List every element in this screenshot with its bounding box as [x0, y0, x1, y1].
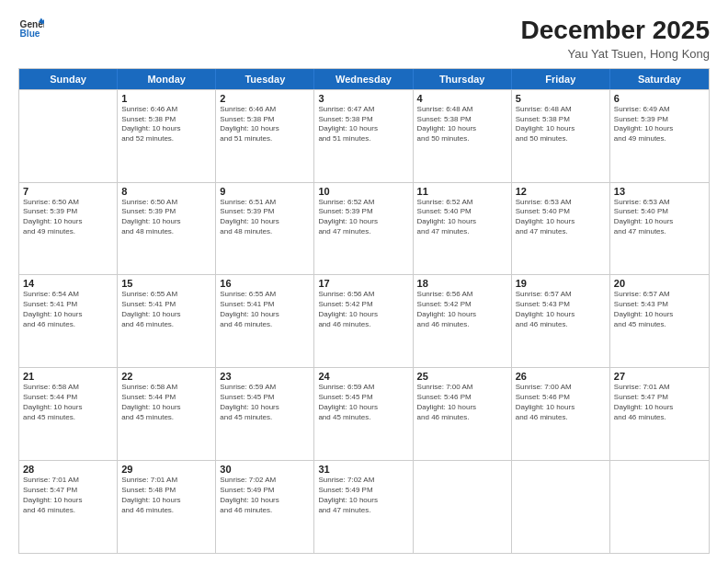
day-info: Sunrise: 6:57 AM Sunset: 5:43 PM Dayligh… [516, 290, 606, 329]
day-info: Sunrise: 6:59 AM Sunset: 5:45 PM Dayligh… [220, 383, 310, 422]
day-info: Sunrise: 6:47 AM Sunset: 5:38 PM Dayligh… [318, 105, 408, 144]
day-info: Sunrise: 6:53 AM Sunset: 5:40 PM Dayligh… [614, 198, 705, 237]
day-number: 2 [220, 93, 310, 104]
day-info: Sunrise: 7:01 AM Sunset: 5:48 PM Dayligh… [121, 476, 211, 515]
calendar-cell: 7Sunrise: 6:50 AM Sunset: 5:39 PM Daylig… [19, 183, 118, 275]
calendar-header-cell: Friday [512, 69, 610, 89]
day-number: 9 [220, 186, 310, 197]
calendar-week: 21Sunrise: 6:58 AM Sunset: 5:44 PM Dayli… [19, 367, 709, 460]
calendar-cell: 10Sunrise: 6:52 AM Sunset: 5:39 PM Dayli… [314, 183, 413, 275]
calendar-week: 28Sunrise: 7:01 AM Sunset: 5:47 PM Dayli… [19, 460, 709, 553]
calendar-cell: 23Sunrise: 6:59 AM Sunset: 5:45 PM Dayli… [216, 368, 314, 460]
calendar-cell: 29Sunrise: 7:01 AM Sunset: 5:48 PM Dayli… [118, 461, 216, 553]
calendar-cell: 26Sunrise: 7:00 AM Sunset: 5:46 PM Dayli… [512, 368, 610, 460]
calendar-cell: 31Sunrise: 7:02 AM Sunset: 5:49 PM Dayli… [314, 461, 413, 553]
day-number: 10 [318, 186, 408, 197]
day-info: Sunrise: 7:01 AM Sunset: 5:47 PM Dayligh… [614, 383, 705, 422]
day-info: Sunrise: 7:02 AM Sunset: 5:49 PM Dayligh… [220, 476, 310, 515]
day-info: Sunrise: 6:50 AM Sunset: 5:39 PM Dayligh… [121, 198, 211, 237]
day-number: 3 [318, 93, 408, 104]
day-number: 25 [417, 371, 507, 382]
day-info: Sunrise: 6:49 AM Sunset: 5:39 PM Dayligh… [614, 105, 705, 144]
day-number: 8 [121, 186, 211, 197]
calendar-header: SundayMondayTuesdayWednesdayThursdayFrid… [19, 69, 709, 89]
day-number: 28 [23, 464, 113, 475]
calendar-cell [610, 461, 709, 553]
calendar-header-cell: Wednesday [314, 69, 413, 89]
page: General Blue December 2025 Yau Yat Tsuen… [0, 0, 728, 563]
logo: General Blue [18, 17, 44, 42]
calendar-cell: 30Sunrise: 7:02 AM Sunset: 5:49 PM Dayli… [216, 461, 314, 553]
day-info: Sunrise: 6:56 AM Sunset: 5:42 PM Dayligh… [318, 290, 408, 329]
day-number: 21 [23, 371, 113, 382]
day-info: Sunrise: 6:59 AM Sunset: 5:45 PM Dayligh… [318, 383, 408, 422]
calendar-cell: 14Sunrise: 6:54 AM Sunset: 5:41 PM Dayli… [19, 275, 118, 367]
calendar-header-cell: Sunday [19, 69, 118, 89]
calendar-cell: 11Sunrise: 6:52 AM Sunset: 5:40 PM Dayli… [414, 183, 512, 275]
day-info: Sunrise: 6:50 AM Sunset: 5:39 PM Dayligh… [23, 198, 113, 237]
calendar-cell: 5Sunrise: 6:48 AM Sunset: 5:38 PM Daylig… [512, 90, 610, 182]
calendar-cell: 4Sunrise: 6:48 AM Sunset: 5:38 PM Daylig… [414, 90, 512, 182]
day-info: Sunrise: 6:56 AM Sunset: 5:42 PM Dayligh… [417, 290, 507, 329]
calendar-cell: 19Sunrise: 6:57 AM Sunset: 5:43 PM Dayli… [512, 275, 610, 367]
day-number: 18 [417, 278, 507, 289]
day-number: 24 [318, 371, 408, 382]
day-number: 15 [121, 278, 211, 289]
day-number: 30 [220, 464, 310, 475]
calendar-cell [414, 461, 512, 553]
day-number: 6 [614, 93, 705, 104]
calendar-header-cell: Thursday [414, 69, 512, 89]
header: General Blue December 2025 Yau Yat Tsuen… [18, 17, 710, 61]
subtitle: Yau Yat Tsuen, Hong Kong [521, 47, 710, 61]
day-number: 31 [318, 464, 408, 475]
day-number: 26 [516, 371, 606, 382]
svg-text:Blue: Blue [20, 29, 40, 39]
day-info: Sunrise: 7:01 AM Sunset: 5:47 PM Dayligh… [23, 476, 113, 515]
day-number: 23 [220, 371, 310, 382]
calendar-cell: 1Sunrise: 6:46 AM Sunset: 5:38 PM Daylig… [118, 90, 216, 182]
logo-icon: General Blue [18, 17, 44, 42]
day-info: Sunrise: 6:57 AM Sunset: 5:43 PM Dayligh… [614, 290, 705, 329]
day-info: Sunrise: 6:46 AM Sunset: 5:38 PM Dayligh… [121, 105, 211, 144]
day-info: Sunrise: 6:54 AM Sunset: 5:41 PM Dayligh… [23, 290, 113, 329]
day-info: Sunrise: 6:48 AM Sunset: 5:38 PM Dayligh… [516, 105, 606, 144]
calendar-cell: 16Sunrise: 6:55 AM Sunset: 5:41 PM Dayli… [216, 275, 314, 367]
day-number: 22 [121, 371, 211, 382]
calendar-header-cell: Monday [118, 69, 216, 89]
day-number: 17 [318, 278, 408, 289]
calendar-cell: 2Sunrise: 6:46 AM Sunset: 5:38 PM Daylig… [216, 90, 314, 182]
calendar-cell: 18Sunrise: 6:56 AM Sunset: 5:42 PM Dayli… [414, 275, 512, 367]
day-number: 4 [417, 93, 507, 104]
day-number: 29 [121, 464, 211, 475]
calendar-cell [512, 461, 610, 553]
day-info: Sunrise: 6:53 AM Sunset: 5:40 PM Dayligh… [516, 198, 606, 237]
day-info: Sunrise: 6:58 AM Sunset: 5:44 PM Dayligh… [23, 383, 113, 422]
day-number: 7 [23, 186, 113, 197]
day-number: 5 [516, 93, 606, 104]
day-number: 12 [516, 186, 606, 197]
calendar-cell: 22Sunrise: 6:58 AM Sunset: 5:44 PM Dayli… [118, 368, 216, 460]
day-info: Sunrise: 6:52 AM Sunset: 5:39 PM Dayligh… [318, 198, 408, 237]
day-number: 14 [23, 278, 113, 289]
day-info: Sunrise: 7:00 AM Sunset: 5:46 PM Dayligh… [417, 383, 507, 422]
calendar-cell: 24Sunrise: 6:59 AM Sunset: 5:45 PM Dayli… [314, 368, 413, 460]
calendar-cell: 28Sunrise: 7:01 AM Sunset: 5:47 PM Dayli… [19, 461, 118, 553]
day-info: Sunrise: 6:46 AM Sunset: 5:38 PM Dayligh… [220, 105, 310, 144]
day-info: Sunrise: 6:55 AM Sunset: 5:41 PM Dayligh… [220, 290, 310, 329]
calendar-header-cell: Tuesday [216, 69, 314, 89]
calendar-week: 14Sunrise: 6:54 AM Sunset: 5:41 PM Dayli… [19, 274, 709, 367]
day-number: 16 [220, 278, 310, 289]
calendar-cell: 20Sunrise: 6:57 AM Sunset: 5:43 PM Dayli… [610, 275, 709, 367]
calendar-week: 1Sunrise: 6:46 AM Sunset: 5:38 PM Daylig… [19, 89, 709, 182]
main-title: December 2025 [521, 17, 710, 45]
day-info: Sunrise: 6:48 AM Sunset: 5:38 PM Dayligh… [417, 105, 507, 144]
day-number: 27 [614, 371, 705, 382]
calendar-week: 7Sunrise: 6:50 AM Sunset: 5:39 PM Daylig… [19, 182, 709, 275]
calendar: SundayMondayTuesdayWednesdayThursdayFrid… [18, 68, 710, 554]
day-number: 20 [614, 278, 705, 289]
calendar-cell: 17Sunrise: 6:56 AM Sunset: 5:42 PM Dayli… [314, 275, 413, 367]
calendar-header-cell: Saturday [610, 69, 709, 89]
day-number: 1 [121, 93, 211, 104]
calendar-cell: 3Sunrise: 6:47 AM Sunset: 5:38 PM Daylig… [314, 90, 413, 182]
day-info: Sunrise: 6:51 AM Sunset: 5:39 PM Dayligh… [220, 198, 310, 237]
